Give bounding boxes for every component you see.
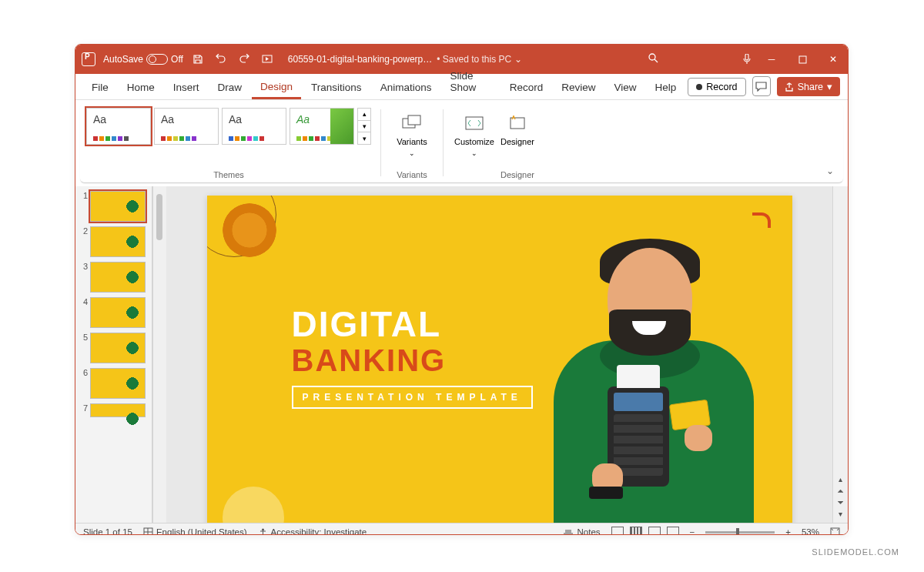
thumb-num-1: 1	[79, 191, 88, 200]
next-slide-button[interactable]: ▾	[839, 510, 842, 518]
decoration-orange-circle	[223, 203, 276, 257]
canvas-scrollbar[interactable]: ▴ ⏶ ⏷ ▾	[832, 186, 848, 523]
thumb-num-7: 7	[79, 403, 88, 413]
quick-access-toolbar	[191, 52, 274, 66]
notes-button[interactable]: Notes	[563, 527, 600, 535]
thumb-num-6: 6	[79, 368, 88, 377]
share-icon	[785, 82, 794, 92]
maximize-button[interactable]	[794, 51, 811, 68]
autosave-state: Off	[171, 54, 183, 65]
slide-thumb-2[interactable]	[90, 226, 146, 257]
tab-slideshow[interactable]: Slide Show	[441, 65, 499, 99]
themes-more-button[interactable]: ▾	[358, 132, 370, 144]
slide-title-line1: DIGITAL	[292, 303, 533, 345]
collapse-ribbon-button[interactable]: ⌄	[826, 166, 834, 176]
thumb-num-4: 4	[79, 297, 88, 306]
variants-button[interactable]: Variants⌄	[390, 108, 434, 157]
tab-help[interactable]: Help	[647, 77, 685, 99]
share-button[interactable]: Share▾	[777, 77, 840, 96]
thumb-num-2: 2	[79, 226, 88, 236]
slide-thumb-1[interactable]	[90, 191, 146, 222]
customize-button[interactable]: Customize⌄	[453, 108, 496, 157]
tab-draw[interactable]: Draw	[209, 77, 251, 99]
undo-button[interactable]	[214, 52, 228, 66]
document-title: 60559-01-digital-banking-powerp…	[288, 54, 432, 65]
start-from-beginning-button[interactable]	[260, 52, 274, 66]
variants-group: Variants⌄ Variants	[384, 103, 440, 182]
autosave-label: AutoSave	[103, 54, 143, 65]
person-illustration	[523, 232, 769, 523]
slide-thumb-5[interactable]	[90, 333, 146, 363]
theme-thumb-2[interactable]: Aa	[154, 108, 219, 145]
tab-file[interactable]: File	[83, 77, 117, 99]
record-button[interactable]: Record	[688, 78, 745, 96]
mic-button[interactable]	[738, 51, 755, 68]
slide-thumbnails-panel: 1 2 3 4 5 6 7	[75, 186, 152, 523]
autosave-toggle[interactable]: AutoSave Off	[103, 54, 183, 65]
themes-gallery-arrows: ▴ ▾ ▾	[357, 108, 371, 145]
tab-home[interactable]: Home	[119, 77, 163, 99]
tab-insert[interactable]: Insert	[165, 77, 208, 99]
zoom-out-button[interactable]: −	[690, 527, 695, 535]
decoration-corner-mark	[752, 212, 771, 228]
fit-to-window-button[interactable]	[830, 527, 840, 536]
accessibility-status[interactable]: Accessibility: Investigate	[258, 527, 367, 536]
slide-title-block: DIGITAL BANKING PRESENTATION TEMPLATE	[292, 303, 533, 409]
comments-button[interactable]	[752, 76, 771, 96]
svg-rect-4	[408, 115, 420, 125]
theme-thumb-3[interactable]: Aa	[222, 108, 286, 145]
themes-up-button[interactable]: ▴	[358, 109, 370, 121]
tab-design[interactable]: Design	[252, 76, 301, 99]
theme-thumb-4[interactable]: Aa	[290, 108, 354, 145]
slide-canvas-area: DIGITAL BANKING PRESENTATION TEMPLATE	[166, 186, 832, 523]
record-dot-icon	[696, 84, 702, 90]
close-button[interactable]: ✕	[825, 51, 842, 68]
thumb-num-5: 5	[79, 333, 88, 342]
tab-transitions[interactable]: Transitions	[303, 77, 370, 99]
tab-animations[interactable]: Animations	[372, 77, 440, 99]
slide-counter[interactable]: Slide 1 of 15	[83, 527, 132, 535]
designer-icon	[507, 112, 528, 134]
minimize-button[interactable]: ─	[763, 51, 780, 68]
tab-view[interactable]: View	[605, 77, 644, 99]
svg-point-1	[649, 54, 655, 60]
zoom-level[interactable]: 53%	[802, 527, 819, 535]
normal-view-button[interactable]	[611, 527, 624, 535]
save-status[interactable]: • Saved to this PC ⌄	[437, 54, 521, 65]
language-status[interactable]: English (United States)	[143, 527, 247, 536]
chevron-down-icon: ⌄	[514, 54, 522, 65]
customize-designer-group: Customize⌄ Designer Designer	[447, 103, 545, 182]
save-button[interactable]	[191, 52, 205, 66]
designer-button[interactable]: Designer	[496, 108, 539, 146]
prev-slide-double-button[interactable]: ⏶	[837, 487, 845, 495]
variants-icon	[401, 112, 423, 134]
tab-review[interactable]: Review	[553, 77, 604, 99]
slideshow-view-button[interactable]	[667, 527, 679, 535]
zoom-in-button[interactable]: +	[785, 527, 791, 535]
theme-thumb-1[interactable]: Aa	[86, 108, 151, 145]
svg-point-8	[262, 528, 264, 530]
themes-down-button[interactable]: ▾	[358, 121, 370, 133]
slide-title-line2: BANKING	[292, 343, 533, 378]
slide-sorter-view-button[interactable]	[630, 527, 642, 535]
prev-slide-button[interactable]: ▴	[839, 475, 842, 483]
redo-button[interactable]	[237, 52, 251, 66]
zoom-slider[interactable]	[705, 531, 775, 534]
search-button[interactable]	[648, 52, 661, 66]
slide-size-icon	[464, 112, 485, 134]
tab-record[interactable]: Record	[501, 77, 552, 99]
slide-canvas[interactable]: DIGITAL BANKING PRESENTATION TEMPLATE	[207, 196, 792, 523]
themes-group: Aa Aa Aa Aa ▴ ▾ ▾ Themes	[80, 103, 377, 182]
slide-thumb-6[interactable]	[90, 368, 146, 399]
slide-thumb-4[interactable]	[90, 297, 146, 328]
thumb-num-3: 3	[79, 262, 88, 271]
notes-icon	[563, 527, 574, 535]
next-slide-double-button[interactable]: ⏷	[837, 498, 845, 507]
svg-rect-2	[799, 56, 806, 63]
thumbnails-scrollbar[interactable]	[152, 186, 166, 523]
slide-thumb-7[interactable]	[90, 403, 146, 417]
slide-thumb-3[interactable]	[90, 262, 146, 293]
powerpoint-window: AutoSave Off 60559-01-digital-banking-po…	[75, 44, 849, 535]
reading-view-button[interactable]	[648, 527, 661, 535]
toggle-off-icon	[146, 54, 168, 65]
